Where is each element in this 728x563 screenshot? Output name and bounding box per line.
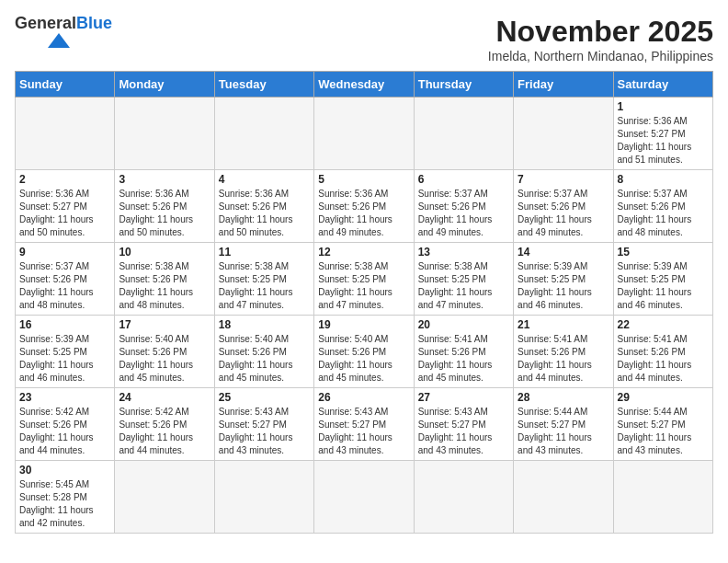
day-info: Sunrise: 5:36 AMSunset: 5:26 PMDaylight:… — [318, 188, 409, 239]
calendar-cell: 21Sunrise: 5:41 AMSunset: 5:26 PMDayligh… — [514, 316, 613, 388]
day-number: 30 — [19, 464, 110, 477]
day-number: 24 — [119, 391, 210, 404]
day-number: 4 — [219, 173, 310, 186]
day-number: 26 — [318, 391, 409, 404]
calendar-cell: 7Sunrise: 5:37 AMSunset: 5:26 PMDaylight… — [514, 170, 613, 243]
day-number: 23 — [19, 391, 110, 404]
day-number: 28 — [518, 391, 609, 404]
calendar-cell: 20Sunrise: 5:41 AMSunset: 5:26 PMDayligh… — [414, 316, 513, 388]
day-info: Sunrise: 5:36 AMSunset: 5:26 PMDaylight:… — [219, 188, 310, 239]
calendar-table: SundayMondayTuesdayWednesdayThursdayFrid… — [15, 71, 713, 534]
day-number: 27 — [418, 391, 509, 404]
calendar-cell: 9Sunrise: 5:37 AMSunset: 5:26 PMDaylight… — [16, 243, 115, 316]
day-number: 10 — [119, 246, 210, 259]
calendar-cell: 3Sunrise: 5:36 AMSunset: 5:26 PMDaylight… — [115, 170, 214, 243]
day-info: Sunrise: 5:37 AMSunset: 5:26 PMDaylight:… — [618, 188, 709, 239]
weekday-header-monday: Monday — [115, 72, 214, 98]
calendar-week-1: 2Sunrise: 5:36 AMSunset: 5:27 PMDaylight… — [16, 170, 713, 243]
day-info: Sunrise: 5:37 AMSunset: 5:26 PMDaylight:… — [418, 188, 509, 239]
calendar-cell — [514, 461, 613, 534]
day-number: 9 — [19, 246, 110, 259]
calendar-week-3: 16Sunrise: 5:39 AMSunset: 5:25 PMDayligh… — [16, 316, 713, 388]
day-info: Sunrise: 5:37 AMSunset: 5:26 PMDaylight:… — [19, 260, 110, 312]
day-info: Sunrise: 5:38 AMSunset: 5:25 PMDaylight:… — [418, 260, 509, 312]
svg-marker-0 — [48, 33, 70, 48]
day-number: 6 — [418, 173, 509, 186]
month-title: November 2025 — [488, 15, 713, 49]
calendar-cell: 10Sunrise: 5:38 AMSunset: 5:26 PMDayligh… — [115, 243, 214, 316]
calendar-week-5: 30Sunrise: 5:45 AMSunset: 5:28 PMDayligh… — [16, 461, 713, 534]
calendar-cell: 24Sunrise: 5:42 AMSunset: 5:26 PMDayligh… — [115, 388, 214, 461]
day-number: 15 — [618, 246, 709, 259]
calendar-cell: 12Sunrise: 5:38 AMSunset: 5:25 PMDayligh… — [314, 243, 414, 316]
calendar-cell: 16Sunrise: 5:39 AMSunset: 5:25 PMDayligh… — [16, 316, 115, 388]
logo-blue: Blue — [76, 15, 112, 31]
day-info: Sunrise: 5:39 AMSunset: 5:25 PMDaylight:… — [19, 333, 110, 385]
calendar-cell — [414, 461, 513, 534]
day-number: 13 — [418, 246, 509, 259]
day-number: 11 — [219, 246, 310, 259]
day-info: Sunrise: 5:38 AMSunset: 5:25 PMDaylight:… — [219, 260, 310, 312]
day-info: Sunrise: 5:45 AMSunset: 5:28 PMDaylight:… — [19, 478, 110, 530]
day-info: Sunrise: 5:40 AMSunset: 5:26 PMDaylight:… — [219, 333, 310, 385]
day-number: 25 — [219, 391, 310, 404]
day-number: 3 — [119, 173, 210, 186]
calendar-cell: 25Sunrise: 5:43 AMSunset: 5:27 PMDayligh… — [214, 388, 313, 461]
day-number: 12 — [318, 246, 409, 259]
calendar-cell: 28Sunrise: 5:44 AMSunset: 5:27 PMDayligh… — [514, 388, 613, 461]
calendar-cell: 2Sunrise: 5:36 AMSunset: 5:27 PMDaylight… — [16, 170, 115, 243]
calendar-cell: 22Sunrise: 5:41 AMSunset: 5:26 PMDayligh… — [613, 316, 712, 388]
day-number: 18 — [219, 318, 310, 331]
day-info: Sunrise: 5:39 AMSunset: 5:25 PMDaylight:… — [618, 260, 709, 312]
day-info: Sunrise: 5:43 AMSunset: 5:27 PMDaylight:… — [318, 406, 409, 457]
calendar-cell — [314, 98, 414, 170]
calendar-cell: 15Sunrise: 5:39 AMSunset: 5:25 PMDayligh… — [613, 243, 712, 316]
day-info: Sunrise: 5:43 AMSunset: 5:27 PMDaylight:… — [418, 406, 509, 457]
calendar-cell — [514, 98, 613, 170]
day-number: 17 — [119, 318, 210, 331]
weekday-header-friday: Friday — [514, 72, 613, 98]
day-info: Sunrise: 5:38 AMSunset: 5:26 PMDaylight:… — [119, 260, 210, 312]
calendar-cell: 11Sunrise: 5:38 AMSunset: 5:25 PMDayligh… — [214, 243, 313, 316]
day-number: 22 — [618, 318, 709, 331]
day-number: 21 — [518, 318, 609, 331]
calendar-cell: 14Sunrise: 5:39 AMSunset: 5:25 PMDayligh… — [514, 243, 613, 316]
calendar-cell: 1Sunrise: 5:36 AMSunset: 5:27 PMDaylight… — [613, 98, 712, 170]
calendar-week-4: 23Sunrise: 5:42 AMSunset: 5:26 PMDayligh… — [16, 388, 713, 461]
calendar-cell: 19Sunrise: 5:40 AMSunset: 5:26 PMDayligh… — [314, 316, 414, 388]
calendar-week-0: 1Sunrise: 5:36 AMSunset: 5:27 PMDaylight… — [16, 98, 713, 170]
calendar-cell: 5Sunrise: 5:36 AMSunset: 5:26 PMDaylight… — [314, 170, 414, 243]
calendar-cell: 6Sunrise: 5:37 AMSunset: 5:26 PMDaylight… — [414, 170, 513, 243]
calendar-cell — [414, 98, 513, 170]
calendar-cell: 29Sunrise: 5:44 AMSunset: 5:27 PMDayligh… — [613, 388, 712, 461]
day-info: Sunrise: 5:44 AMSunset: 5:27 PMDaylight:… — [618, 406, 709, 457]
day-info: Sunrise: 5:39 AMSunset: 5:25 PMDaylight:… — [518, 260, 609, 312]
day-info: Sunrise: 5:43 AMSunset: 5:27 PMDaylight:… — [219, 406, 310, 457]
calendar-cell: 23Sunrise: 5:42 AMSunset: 5:26 PMDayligh… — [16, 388, 115, 461]
calendar-cell — [115, 98, 214, 170]
calendar-week-2: 9Sunrise: 5:37 AMSunset: 5:26 PMDaylight… — [16, 243, 713, 316]
day-number: 2 — [19, 173, 110, 186]
day-number: 16 — [19, 318, 110, 331]
day-info: Sunrise: 5:38 AMSunset: 5:25 PMDaylight:… — [318, 260, 409, 312]
weekday-header-row: SundayMondayTuesdayWednesdayThursdayFrid… — [16, 72, 713, 98]
title-area: November 2025 Imelda, Northern Mindanao,… — [488, 15, 713, 63]
weekday-header-thursday: Thursday — [414, 72, 513, 98]
day-info: Sunrise: 5:41 AMSunset: 5:26 PMDaylight:… — [618, 333, 709, 385]
logo: General Blue — [15, 15, 112, 48]
day-number: 7 — [518, 173, 609, 186]
calendar-cell — [115, 461, 214, 534]
logo-general: General — [15, 15, 76, 31]
calendar-cell: 26Sunrise: 5:43 AMSunset: 5:27 PMDayligh… — [314, 388, 414, 461]
weekday-header-tuesday: Tuesday — [214, 72, 313, 98]
weekday-header-saturday: Saturday — [613, 72, 712, 98]
location: Imelda, Northern Mindanao, Philippines — [488, 49, 713, 63]
day-info: Sunrise: 5:40 AMSunset: 5:26 PMDaylight:… — [119, 333, 210, 385]
page-header: General Blue November 2025 Imelda, North… — [15, 15, 713, 63]
calendar-cell — [314, 461, 414, 534]
day-info: Sunrise: 5:42 AMSunset: 5:26 PMDaylight:… — [19, 406, 110, 457]
day-number: 5 — [318, 173, 409, 186]
calendar-cell: 27Sunrise: 5:43 AMSunset: 5:27 PMDayligh… — [414, 388, 513, 461]
day-number: 1 — [618, 100, 709, 113]
calendar-cell: 30Sunrise: 5:45 AMSunset: 5:28 PMDayligh… — [16, 461, 115, 534]
